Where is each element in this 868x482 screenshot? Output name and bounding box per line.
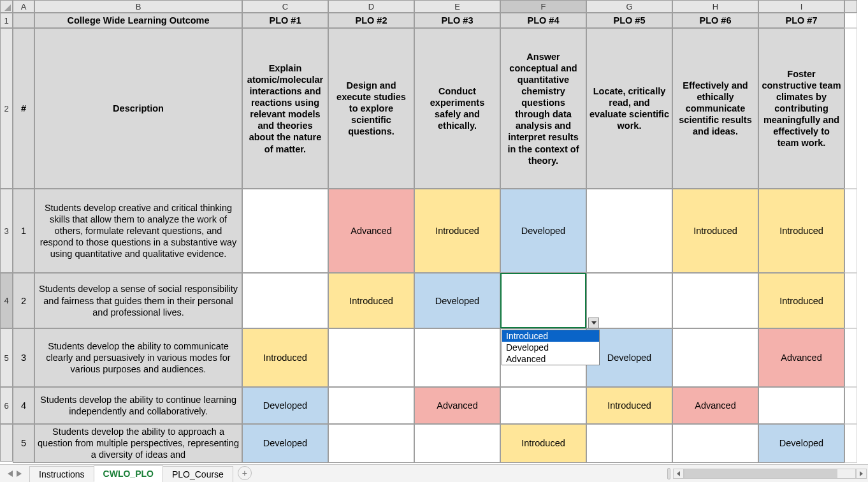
sheet-tab-bar: Instructions CWLO_PLO PLO_Course + bbox=[0, 464, 868, 482]
tab-prev-icon[interactable] bbox=[8, 471, 13, 477]
cell-F1[interactable]: PLO #4 bbox=[500, 13, 586, 28]
cell-A1[interactable] bbox=[13, 13, 34, 28]
tab-next-icon[interactable] bbox=[17, 471, 22, 477]
cell-G7[interactable] bbox=[586, 424, 672, 462]
row-header-3[interactable]: 3 bbox=[0, 189, 13, 273]
tab-instructions[interactable]: Instructions bbox=[29, 466, 94, 482]
validation-dropdown-list[interactable]: Introduced Developed Advanced bbox=[502, 330, 600, 365]
cell-A2[interactable]: # bbox=[13, 28, 34, 189]
col-header-H[interactable]: H bbox=[672, 0, 758, 13]
cell-I4[interactable]: Introduced bbox=[758, 273, 844, 328]
scroll-track[interactable] bbox=[684, 469, 856, 479]
cell-D2[interactable]: Design and execute studies to explore sc… bbox=[328, 28, 414, 189]
row-header-5[interactable]: 5 bbox=[0, 328, 13, 387]
scroll-left-button[interactable] bbox=[673, 469, 684, 479]
cell-H3[interactable]: Introduced bbox=[672, 189, 758, 273]
cell-B4[interactable]: Students develop a sense of social respo… bbox=[34, 273, 242, 328]
cell-F6[interactable] bbox=[500, 387, 586, 424]
chevron-left-icon bbox=[677, 471, 680, 476]
cell-D1[interactable]: PLO #2 bbox=[328, 13, 414, 28]
cell-D3[interactable]: Advanced bbox=[328, 189, 414, 273]
row-header-7[interactable] bbox=[0, 424, 13, 462]
cell-C1[interactable]: PLO #1 bbox=[242, 13, 328, 28]
cell-G3[interactable] bbox=[586, 189, 672, 273]
col-header-A[interactable]: A bbox=[13, 0, 34, 13]
select-all-corner[interactable] bbox=[0, 0, 13, 13]
cell-H5[interactable] bbox=[672, 328, 758, 387]
cell-H1[interactable]: PLO #6 bbox=[672, 13, 758, 28]
cell-edge-1 bbox=[844, 13, 857, 28]
scroll-thumb[interactable] bbox=[684, 469, 837, 478]
cell-C5[interactable]: Introduced bbox=[242, 328, 328, 387]
cell-C2[interactable]: Explain atomic/molecular interactions an… bbox=[242, 28, 328, 189]
cell-I1[interactable]: PLO #7 bbox=[758, 13, 844, 28]
col-header-F[interactable]: F bbox=[500, 0, 586, 13]
cell-E7[interactable] bbox=[414, 424, 500, 462]
cell-I7[interactable]: Developed bbox=[758, 424, 844, 462]
cell-F2[interactable]: Answer conceptual and quantitative chemi… bbox=[500, 28, 586, 189]
cell-B2[interactable]: Description bbox=[34, 28, 242, 189]
cell-B3[interactable]: Students develop creative and critical t… bbox=[34, 189, 242, 273]
cell-F4[interactable] bbox=[500, 273, 586, 328]
cell-E3[interactable]: Introduced bbox=[414, 189, 500, 273]
row-header-4[interactable]: 4 bbox=[0, 273, 13, 328]
cell-G4[interactable] bbox=[586, 273, 672, 328]
cell-edge-4 bbox=[844, 273, 857, 328]
cell-A7[interactable]: 5 bbox=[13, 424, 34, 462]
col-header-G[interactable]: G bbox=[586, 0, 672, 13]
dropdown-option-developed[interactable]: Developed bbox=[502, 342, 599, 353]
cell-C6[interactable]: Developed bbox=[242, 387, 328, 424]
row-header-6[interactable]: 6 bbox=[0, 387, 13, 424]
cell-H7[interactable] bbox=[672, 424, 758, 462]
tab-cwlo-plo[interactable]: CWLO_PLO bbox=[94, 465, 163, 482]
cell-C4[interactable] bbox=[242, 273, 328, 328]
cell-A5[interactable]: 3 bbox=[13, 328, 34, 387]
cell-D6[interactable] bbox=[328, 387, 414, 424]
col-header-B[interactable]: B bbox=[34, 0, 242, 13]
cell-I5[interactable]: Advanced bbox=[758, 328, 844, 387]
dropdown-option-introduced[interactable]: Introduced bbox=[502, 330, 599, 342]
cell-H4[interactable] bbox=[672, 273, 758, 328]
cell-D5[interactable] bbox=[328, 328, 414, 387]
add-sheet-button[interactable]: + bbox=[238, 466, 252, 480]
cell-edge-6 bbox=[844, 387, 857, 424]
col-header-D[interactable]: D bbox=[328, 0, 414, 13]
cell-F3[interactable]: Developed bbox=[500, 189, 586, 273]
scroll-split-handle[interactable] bbox=[667, 468, 670, 479]
cell-E6[interactable]: Advanced bbox=[414, 387, 500, 424]
dropdown-option-advanced[interactable]: Advanced bbox=[502, 353, 599, 365]
spreadsheet-area: A B C D E F G H I 1 College Wide Learnin… bbox=[0, 0, 868, 482]
cell-E1[interactable]: PLO #3 bbox=[414, 13, 500, 28]
cell-I2[interactable]: Foster constructive team climates by con… bbox=[758, 28, 844, 189]
row-header-1[interactable]: 1 bbox=[0, 13, 13, 28]
scroll-right-button[interactable] bbox=[856, 469, 867, 479]
validation-dropdown-button[interactable] bbox=[588, 318, 599, 328]
cell-F7[interactable]: Introduced bbox=[500, 424, 586, 462]
tab-plo-course[interactable]: PLO_Course bbox=[163, 466, 233, 482]
cell-C7[interactable]: Developed bbox=[242, 424, 328, 462]
cell-D4[interactable]: Introduced bbox=[328, 273, 414, 328]
cell-E4[interactable]: Developed bbox=[414, 273, 500, 328]
cell-E2[interactable]: Conduct experiments safely and ethically… bbox=[414, 28, 500, 189]
col-header-E[interactable]: E bbox=[414, 0, 500, 13]
cell-B6[interactable]: Students develop the ability to continue… bbox=[34, 387, 242, 424]
cell-E5[interactable] bbox=[414, 328, 500, 387]
cell-G6[interactable]: Introduced bbox=[586, 387, 672, 424]
cell-H6[interactable]: Advanced bbox=[672, 387, 758, 424]
cell-A6[interactable]: 4 bbox=[13, 387, 34, 424]
col-header-C[interactable]: C bbox=[242, 0, 328, 13]
cell-B1[interactable]: College Wide Learning Outcome bbox=[34, 13, 242, 28]
cell-C3[interactable] bbox=[242, 189, 328, 273]
cell-D7[interactable] bbox=[328, 424, 414, 462]
cell-G1[interactable]: PLO #5 bbox=[586, 13, 672, 28]
col-header-I[interactable]: I bbox=[758, 0, 844, 13]
cell-B5[interactable]: Students develop the ability to communic… bbox=[34, 328, 242, 387]
row-header-2[interactable]: 2 bbox=[0, 28, 13, 189]
cell-I3[interactable]: Introduced bbox=[758, 189, 844, 273]
cell-A4[interactable]: 2 bbox=[13, 273, 34, 328]
cell-B7[interactable]: Students develop the ability to approach… bbox=[34, 424, 242, 462]
cell-H2[interactable]: Effectively and ethically communicate sc… bbox=[672, 28, 758, 189]
cell-G2[interactable]: Locate, critically read, and evaluate sc… bbox=[586, 28, 672, 189]
cell-I6[interactable] bbox=[758, 387, 844, 424]
cell-A3[interactable]: 1 bbox=[13, 189, 34, 273]
